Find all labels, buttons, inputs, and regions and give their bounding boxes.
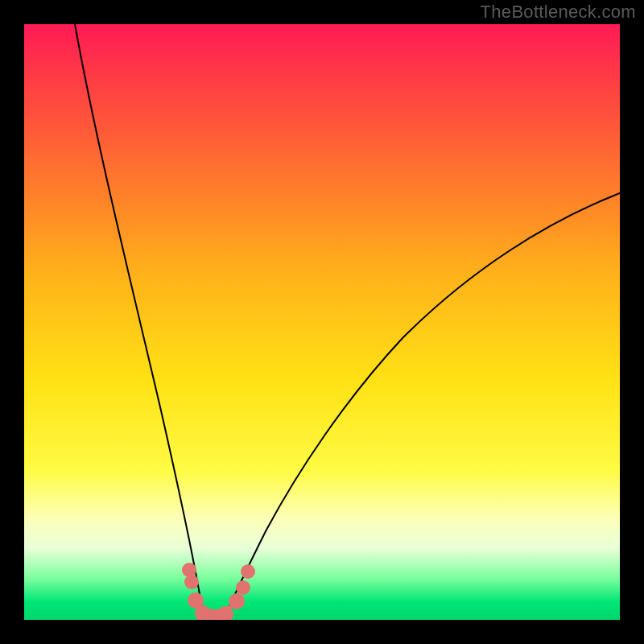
plot-area [24,24,620,620]
curve-right-branch [224,193,620,620]
chart-frame: TheBottleneck.com [0,0,644,644]
bottleneck-curve [24,24,620,620]
curve-left-branch [75,24,203,620]
attribution-label: TheBottleneck.com [481,2,636,23]
